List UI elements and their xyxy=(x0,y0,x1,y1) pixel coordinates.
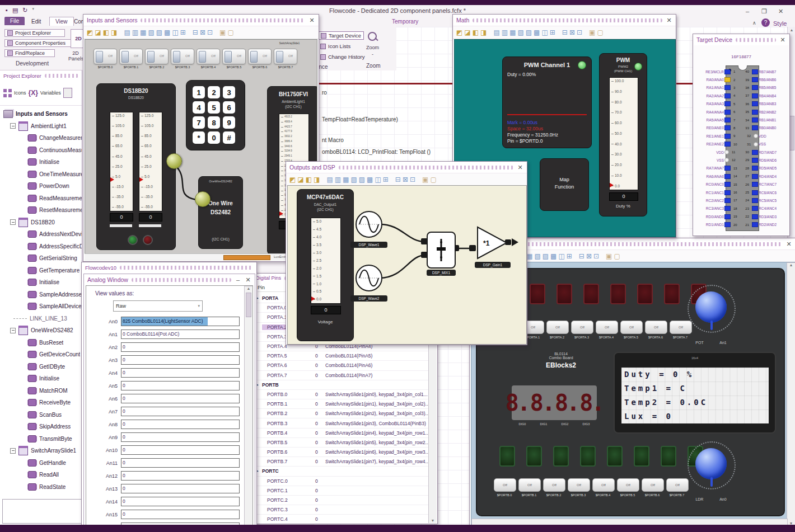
inputs-panel-2d[interactable]: SwitchArraySlide1 Off $PORTB.0 Off $PORT… xyxy=(85,39,317,255)
slide-switch[interactable]: Off $PORTB.2 xyxy=(144,49,169,69)
channel-value-field[interactable]: 0 xyxy=(121,368,240,378)
pwm-gauge-block[interactable]: PWM PWM2 (PWM CH1) 100.090.080.070.060.0… xyxy=(599,53,647,216)
toolbar-icon[interactable]: ◨ xyxy=(480,29,487,36)
channel-value-field[interactable]: 0 xyxy=(121,471,240,481)
digital-pin-row[interactable]: PORTB.5 0 SwitchArraySlide1(pin5), keypa… xyxy=(253,438,428,448)
port-switch[interactable]: Off $PORTA.5 xyxy=(620,321,642,339)
icon-lists-toggle[interactable]: Icon Lists xyxy=(320,43,350,49)
onewire-connector[interactable] xyxy=(166,153,182,169)
mcp47x6-dac-block[interactable]: MCP47x6DAC DAC_Output1 (I2C CH1) 5.04.54… xyxy=(297,189,354,341)
keypad-key[interactable]: 9 xyxy=(223,116,235,129)
toolbar-icon[interactable]: ⊟ xyxy=(193,29,198,36)
dsp-panel-2d[interactable]: MCP47x6DAC DAC_Output1 (I2C CH1) 5.04.54… xyxy=(287,185,527,345)
keypad-key[interactable]: 7 xyxy=(193,116,205,129)
toolbar-icon[interactable]: ▦ xyxy=(343,176,349,183)
minimize-icon[interactable]: – xyxy=(235,276,241,283)
toolbar-icon[interactable]: ⊡ xyxy=(593,253,599,260)
digital-pin-row[interactable]: PORTB.7 0 SwitchArraySlide1(pin7), keypa… xyxy=(253,457,428,467)
inputs-hscrollbar[interactable]: LuxEmbed xyxy=(85,253,316,261)
analog-channel-row[interactable]: An5 0 xyxy=(91,379,243,392)
port-switch[interactable]: Off $PORTB.0 xyxy=(494,478,515,497)
off-button[interactable]: Off xyxy=(642,478,664,492)
keypad-key[interactable]: * xyxy=(193,131,205,144)
toolbar-icon[interactable]: ▧ xyxy=(517,29,523,36)
toolbar-icon[interactable]: ▩ xyxy=(550,253,556,260)
toolbar-icon[interactable]: ▧ xyxy=(148,29,154,36)
toolbar-icon[interactable]: ⊞ xyxy=(567,253,572,260)
toolbar-icon[interactable]: ◪ xyxy=(95,29,101,36)
digital-pin-row[interactable]: PORTC.2 0 xyxy=(253,496,428,505)
analog-vscrollbar[interactable]: ▲ xyxy=(244,286,253,531)
dsp-wave2-block[interactable]: DSP_Wave2 xyxy=(350,264,387,302)
keypad-key[interactable]: # xyxy=(223,131,235,144)
analog-channel-row[interactable]: An15 0 xyxy=(91,508,243,521)
chip-pin-row[interactable]: RE1/ANE1 9 32 VDD xyxy=(695,132,788,140)
tree-item[interactable]: ReadState xyxy=(0,481,82,493)
digital-pin-row[interactable]: PORTA.6 0 ComboBL0114(PinA6) xyxy=(253,361,428,370)
toolbar-icon[interactable]: ▨ xyxy=(359,176,365,183)
board-vscrollbar[interactable]: ▲ ▼ xyxy=(787,262,795,526)
switch-knob[interactable] xyxy=(173,51,180,63)
tree-item[interactable]: MatchROM xyxy=(0,385,82,397)
chip-pin-row[interactable]: RA2/ANA2 4 37 RB4/ANB4 xyxy=(695,92,788,100)
channel-value-field[interactable]: 0 ComboBL0114(Pot ADC) xyxy=(121,329,240,339)
tree-item[interactable]: Initialise xyxy=(0,156,82,168)
toolbar-icon[interactable]: ▩ xyxy=(164,29,170,36)
switch-knob[interactable] xyxy=(121,51,129,63)
port-switch[interactable]: Off $PORTB.1 xyxy=(518,478,540,497)
analog-channel-row[interactable]: An1 0 ComboBL0114(Pot ADC) xyxy=(91,328,243,341)
switch-knob[interactable] xyxy=(276,51,283,63)
view-mode-dropdown[interactable]: Raw▾ xyxy=(113,300,203,312)
toolbar-icon[interactable]: ▢ xyxy=(227,29,233,36)
channel-value-field[interactable]: 0 xyxy=(121,484,240,493)
channel-value-field[interactable]: 0 xyxy=(121,510,240,519)
dsp-gain-block[interactable]: *1 DSP_Gain1 xyxy=(475,226,511,268)
analog-channel-row[interactable]: An12 0 xyxy=(91,469,243,482)
toolbar-icon[interactable]: ◫ xyxy=(541,29,548,36)
expander-icon[interactable] xyxy=(10,448,16,454)
channel-value-field[interactable]: 0 xyxy=(121,432,240,442)
digital-pin-row[interactable]: PORTB.0 0 SwitchArraySlide1(pin0), keypa… xyxy=(253,390,428,399)
toolbar-icon[interactable]: ▨ xyxy=(156,29,162,36)
toolbar-icon[interactable]: ⊟ xyxy=(579,253,584,260)
toolbar-icon[interactable]: ◧ xyxy=(473,29,479,36)
tab-view[interactable]: View xyxy=(49,17,74,26)
off-button[interactable]: Off xyxy=(568,478,590,492)
toolbar-icon[interactable]: ⊞ xyxy=(383,176,389,183)
digital-pin-row[interactable]: PORTC.4 0 xyxy=(253,515,428,523)
red-led-icon[interactable] xyxy=(143,235,153,245)
off-button[interactable]: Off xyxy=(518,478,541,492)
close-icon[interactable]: ✕ xyxy=(517,164,523,171)
analog-channel-row[interactable]: An6 0 xyxy=(91,392,243,405)
port-switch[interactable]: Off $PORTA.3 xyxy=(571,321,592,339)
toolbar-icon[interactable]: ⊠ xyxy=(403,176,408,183)
scroll-thumb[interactable] xyxy=(223,255,270,260)
chip-pin-row[interactable]: RA3/ANA3 5 36 RB3/ANB3 xyxy=(695,100,788,108)
chip-pin-row[interactable]: RC1/ANC1 16 25 RC6/ANC6 xyxy=(695,189,788,196)
off-button[interactable]: Off xyxy=(620,321,643,334)
tree-item[interactable]: GetIDByte xyxy=(0,361,82,373)
analog-channel-row[interactable]: An9 0 xyxy=(91,431,243,444)
toolbar-icon[interactable]: ◩ xyxy=(87,29,93,36)
toolbar-icon[interactable]: ▨ xyxy=(526,29,532,36)
switch-knob[interactable] xyxy=(250,51,258,63)
tree-item[interactable]: OneTimeMeasurement xyxy=(0,168,82,181)
off-button[interactable]: Off xyxy=(592,478,615,492)
digital-pin-row[interactable]: PORTA.7 0 ComboBL0114(PinA7) xyxy=(253,371,428,380)
scroll-up-icon[interactable]: ▲ xyxy=(245,286,252,290)
slide-switch[interactable]: Off $PORTB.3 xyxy=(170,49,195,69)
chip-pin-row[interactable]: RA5/ANA5 7 34 RB1/ANB1 xyxy=(695,116,788,124)
chip-pin-row[interactable]: RD1/AND1 20 21 RD2/AND2 xyxy=(695,220,788,228)
tree-item[interactable]: Inputs and Sensors xyxy=(0,108,82,120)
tree-item[interactable]: ReadMeasurement xyxy=(0,192,82,205)
chip-pin-row[interactable]: RA4/ANA4 6 35 RB2/ANB2 xyxy=(695,108,788,116)
toolbar-icon[interactable]: ▤ xyxy=(326,176,333,183)
toolbar-icon[interactable]: ▣ xyxy=(589,29,595,36)
find-replace-button[interactable]: Find/Replace xyxy=(4,49,55,57)
toolbar-icon[interactable]: ▣ xyxy=(422,176,428,183)
off-button[interactable]: Off xyxy=(666,478,689,492)
keypad-key[interactable]: 0 xyxy=(208,131,220,144)
chip-pin-row[interactable]: RA1/ANA1 3 38 RB5/ANB5 xyxy=(695,84,788,92)
slide-switch[interactable]: Off $PORTB.7 xyxy=(273,49,298,69)
toolbar-icon[interactable]: ▩ xyxy=(367,176,373,183)
